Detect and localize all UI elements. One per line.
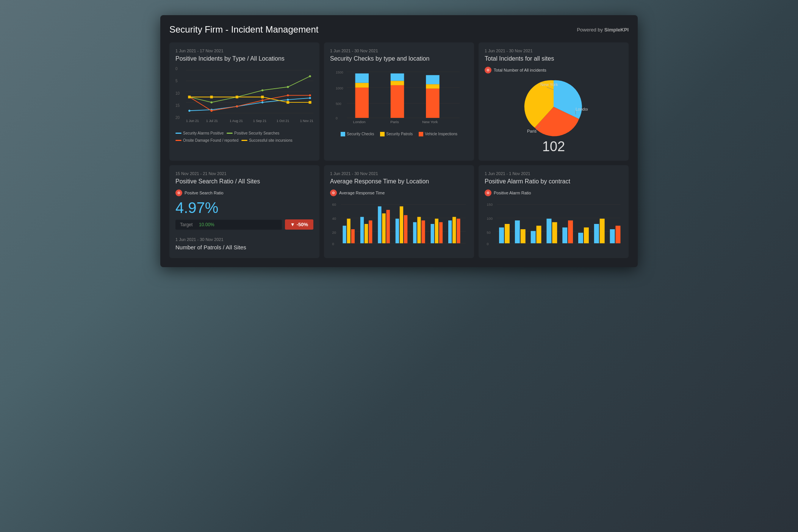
pie-svg: New York London Paris <box>519 77 588 137</box>
svg-rect-73 <box>365 224 368 243</box>
card6-date: 1 Jun 2021 - 1 Nov 2021 <box>485 171 623 176</box>
line-chart-legend: Security Alarms Positive Positive Securi… <box>175 131 313 142</box>
svg-rect-80 <box>404 215 407 243</box>
svg-point-15 <box>287 99 289 100</box>
svg-point-20 <box>261 89 263 91</box>
kpi-icon-alarm: ⊙ <box>485 189 491 196</box>
pie-svg-wrapper: New York London Paris <box>519 77 588 137</box>
card2-date: 1 Jun 2021 - 30 Nov 2021 <box>330 49 468 53</box>
svg-text:1 Jun 21: 1 Jun 21 <box>186 119 199 123</box>
svg-text:20: 20 <box>332 231 336 235</box>
card-security-checks: 1 Jun 2021 - 30 Nov 2021 Security Checks… <box>324 42 474 161</box>
pie-chart-container: New York London Paris 102 <box>485 77 623 155</box>
card-avg-response: 1 Jun 2021 - 30 Nov 2021 Average Respons… <box>324 165 474 258</box>
svg-rect-103 <box>537 226 541 243</box>
dashboard-title: Security Firm - Incident Management <box>169 24 318 35</box>
svg-text:40: 40 <box>332 217 336 221</box>
svg-rect-106 <box>562 227 567 243</box>
bar-chart-area: 1500 1000 500 0 <box>330 67 468 129</box>
svg-text:0: 0 <box>336 116 338 120</box>
svg-rect-51 <box>426 75 440 84</box>
svg-rect-81 <box>413 222 416 243</box>
svg-text:1 Oct 21: 1 Oct 21 <box>277 119 289 123</box>
bar-chart-svg: 1500 1000 500 0 <box>330 67 468 127</box>
svg-point-28 <box>309 94 311 96</box>
bar-chart-legend: Security Checks Security Patrols Vehicle… <box>330 132 468 136</box>
svg-rect-47 <box>391 81 404 85</box>
svg-point-11 <box>188 110 190 112</box>
svg-rect-75 <box>378 207 381 244</box>
svg-rect-87 <box>448 221 452 243</box>
kpi-label-alarm: ⊙ Positive Alarm Ratio <box>485 189 623 196</box>
svg-rect-32 <box>261 95 264 98</box>
target-label: Target 10.00% <box>175 220 282 230</box>
svg-rect-78 <box>396 219 399 243</box>
svg-rect-45 <box>355 74 369 83</box>
svg-text:100: 100 <box>487 217 493 221</box>
svg-point-27 <box>287 94 289 96</box>
svg-point-26 <box>261 99 263 101</box>
svg-rect-102 <box>531 231 536 244</box>
svg-point-24 <box>211 110 213 112</box>
svg-rect-74 <box>369 221 372 243</box>
svg-rect-105 <box>552 222 557 243</box>
kpi-icon-search: ⊙ <box>175 189 182 196</box>
svg-rect-69 <box>343 226 346 243</box>
card7-title: Number of Patrols / All Sites <box>175 244 313 250</box>
svg-rect-34 <box>309 101 311 104</box>
card-total-incidents: 1 Jun 2021 - 30 Nov 2021 Total Incidents… <box>479 42 629 161</box>
svg-text:150: 150 <box>487 203 493 207</box>
svg-rect-98 <box>499 227 504 243</box>
svg-rect-108 <box>578 233 583 243</box>
svg-rect-111 <box>600 219 605 243</box>
svg-rect-113 <box>615 226 620 243</box>
svg-point-25 <box>236 105 238 107</box>
svg-point-16 <box>309 97 311 99</box>
svg-text:0: 0 <box>332 242 334 246</box>
svg-text:New York: New York <box>540 82 558 87</box>
svg-rect-71 <box>351 229 355 243</box>
svg-rect-101 <box>521 229 526 243</box>
kpi-label-response: ⊙ Average Response Time <box>330 189 468 196</box>
line-chart-svg: 1 Jun 21 1 Jul 21 1 Aug 21 1 Sep 21 1 Oc… <box>186 67 313 127</box>
svg-text:50: 50 <box>487 231 491 235</box>
svg-rect-48 <box>391 74 404 81</box>
svg-rect-33 <box>286 101 289 104</box>
svg-text:1 Aug 21: 1 Aug 21 <box>230 119 243 123</box>
pie-total: 102 <box>542 139 565 155</box>
powered-by: Powered by SimpleKPI <box>577 27 629 33</box>
card5-date: 1 Jun 2021 - 30 Nov 2021 <box>330 171 468 176</box>
y-axis-labels: 20151050 <box>175 67 185 120</box>
svg-text:500: 500 <box>336 102 341 106</box>
svg-rect-49 <box>426 89 440 118</box>
card4-title: Positive Search Ratio / All Sites <box>175 178 313 185</box>
svg-text:1500: 1500 <box>336 70 343 74</box>
svg-rect-77 <box>386 210 390 243</box>
card5-title: Average Response Time by Location <box>330 178 468 185</box>
svg-rect-86 <box>439 222 443 243</box>
card3-date: 1 Jun 2021 - 30 Nov 2021 <box>485 49 623 53</box>
kpi-icon: ⊙ <box>485 67 491 74</box>
delta-badge: ▼ -50% <box>285 219 313 230</box>
svg-rect-112 <box>610 229 615 243</box>
alarm-bar-chart: 150 100 50 0 <box>485 199 623 249</box>
card1-title: Positive Incidents by Type / All Locatio… <box>175 55 313 62</box>
dashboard: Security Firm - Incident Management Powe… <box>160 15 638 267</box>
svg-text:London: London <box>353 120 366 124</box>
svg-rect-82 <box>417 217 421 243</box>
svg-point-14 <box>261 101 263 103</box>
svg-rect-43 <box>355 88 369 118</box>
svg-text:1000: 1000 <box>336 86 343 90</box>
svg-rect-109 <box>584 227 589 243</box>
svg-rect-44 <box>355 83 369 88</box>
card-alarm-ratio: 1 Jun 2021 - 1 Nov 2021 Positive Alarm R… <box>479 165 629 258</box>
svg-text:Paris: Paris <box>390 120 399 124</box>
card3-title: Total Incidents for all sites <box>485 55 623 62</box>
svg-rect-99 <box>505 224 510 243</box>
svg-rect-83 <box>421 221 425 243</box>
svg-rect-104 <box>546 219 551 243</box>
svg-text:1 Nov 21: 1 Nov 21 <box>300 119 313 123</box>
svg-text:1 Jul 21: 1 Jul 21 <box>206 119 218 123</box>
svg-text:60: 60 <box>332 203 336 207</box>
card1-date: 1 Jun 2021 - 17 Nov 2021 <box>175 49 313 53</box>
